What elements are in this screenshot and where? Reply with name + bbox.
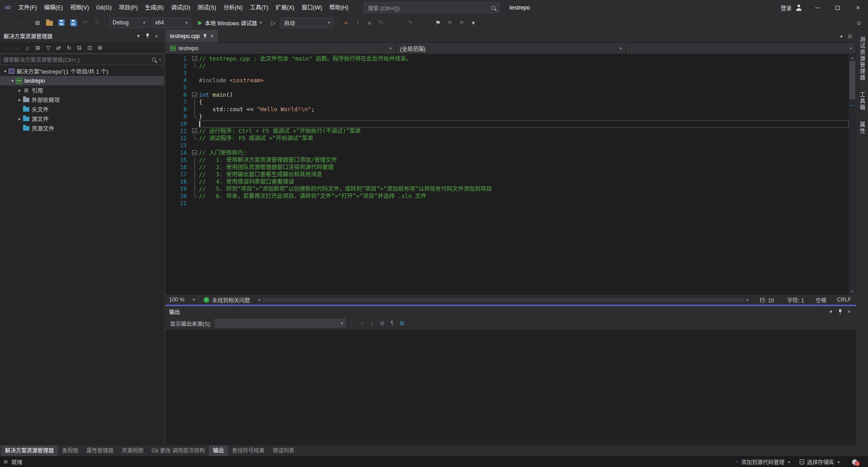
expander-icon[interactable]: ▾ [9,78,16,83]
char-position[interactable]: 字符: 1 [781,296,810,304]
se-home-icon[interactable]: ⌂ [23,43,32,52]
hot-reload-icon[interactable]: ≈ [340,17,351,28]
spaces-mode[interactable]: 空格 [810,296,832,304]
fold-margin[interactable]: – [191,149,199,156]
step-out-icon[interactable]: ↑ [416,17,427,28]
line-ending-mode[interactable]: CRLF [832,297,856,303]
pin-tab-icon[interactable] [203,34,207,39]
collapse-all-icon[interactable]: ⊟ [75,43,84,52]
menu-help[interactable]: 帮助(H) [326,0,352,15]
breakpoint-margin[interactable] [165,55,172,62]
word-wrap-icon[interactable]: ¶ [387,318,397,328]
redo-icon[interactable]: ↷ [91,17,102,28]
send-feedback-icon[interactable]: ☺ [854,17,864,28]
breakpoint-margin[interactable] [165,171,172,178]
breakpoint-margin[interactable] [165,120,172,127]
collapse-icon[interactable]: – [192,150,197,155]
scroll-up-icon[interactable]: ▲ [849,54,856,61]
tree-item-references[interactable]: ▸⊞引用 [0,85,164,95]
tree-item-testrepo-project[interactable]: ▾++testrepo [0,76,164,85]
breakpoint-margin[interactable] [165,135,172,142]
stop-icon[interactable]: ■ [364,17,375,28]
tree-item-solution[interactable]: ▾解决方案"testrepo"(1 个项目/共 1 个) [0,66,164,76]
scroll-down-icon[interactable]: ▼ [849,288,856,295]
fold-margin[interactable]: – [191,127,199,135]
line-position[interactable]: 行: 10 [752,296,781,304]
panel-tab-output[interactable]: 输出 [209,445,228,456]
breakpoint-margin[interactable] [165,77,172,84]
menu-edit[interactable]: 编辑(E) [41,0,67,15]
collapse-icon[interactable]: – [192,128,197,133]
scroll-right-icon[interactable]: ▶ [746,297,750,302]
attach-mode-combo[interactable]: 自动▾ [280,18,334,28]
breakpoint-margin[interactable] [165,185,172,193]
pending-changes-filter-icon[interactable]: ▽ [43,43,53,52]
breakpoint-margin[interactable] [165,99,172,106]
properties-icon[interactable]: ⚙ [95,43,105,52]
clear-all-icon[interactable]: ⊘ [377,318,387,328]
expander-icon[interactable]: ▸ [16,97,23,102]
expander-icon[interactable]: ▸ [16,88,23,93]
toolbar-options-icon[interactable]: ▾ [468,17,479,28]
close-panel-icon[interactable]: × [152,32,161,41]
h-scrollbar-thumb[interactable] [262,298,745,302]
side-tab-test-explorer[interactable]: 测试资源管理器 [859,33,866,85]
se-back-icon[interactable]: ← [2,43,11,52]
close-tab-icon[interactable]: × [210,33,213,39]
background-tasks-icon[interactable]: ⊞ [4,459,8,465]
breakpoint-margin[interactable] [165,127,172,135]
fold-margin[interactable]: – [191,91,199,99]
expander-icon[interactable]: ▾ [2,69,9,74]
editor-horizontal-scrollbar[interactable]: ◀ ▶ [256,297,751,303]
sign-in-button[interactable]: 登录 [778,4,794,12]
tree-item-external-dependencies[interactable]: ▸外部依赖项 [0,95,164,104]
menu-window[interactable]: 窗口(W) [298,0,326,15]
code-editor[interactable]: 1–// testrepo.cpp : 此文件包含 "main" 函数。程序执行… [165,54,856,295]
side-tab-toolbox[interactable]: 工具箱 [859,88,866,115]
pin-icon[interactable] [143,32,152,41]
tab-testrepo-cpp[interactable]: testrepo.cpp × [165,30,218,42]
menu-file[interactable]: 文件(F) [15,0,41,15]
panel-tab-call-hierarchy[interactable]: 调用层次结构 [168,445,209,456]
show-all-files-icon[interactable]: ⊡ [85,43,94,52]
expander-icon[interactable]: ▸ [16,116,23,121]
step-into-icon[interactable]: ↓ [392,17,403,28]
menu-extensions[interactable]: 扩展(X) [272,0,298,15]
breakpoint-margin[interactable] [165,164,172,171]
panel-tab-class-view[interactable]: 类视图 [58,445,82,456]
document-health-indicator[interactable]: ✓ 未找到相关问题 [199,296,255,304]
fold-margin[interactable]: – [191,55,199,62]
breakpoint-margin[interactable] [165,62,172,70]
menu-debug[interactable]: 调试(D) [167,0,193,15]
panel-tab-find-symbol-results[interactable]: 查找符号结果 [228,445,269,456]
menu-project[interactable]: 项目(P) [115,0,142,15]
window-layout-icon[interactable]: ⊞ [32,17,43,28]
breakpoint-margin[interactable] [165,142,172,149]
menu-analyze[interactable]: 分析(N) [220,0,246,15]
output-content[interactable] [165,330,856,445]
member-dropdown[interactable]: ▾ [627,43,855,53]
menu-tools[interactable]: 工具(T) [246,0,272,15]
break-all-icon[interactable]: ‖ [352,17,363,28]
refresh-icon[interactable]: ↻ [64,43,74,52]
open-file-icon[interactable] [46,21,53,26]
sync-with-active-document-icon[interactable]: ⇄ [54,43,63,52]
next-message-icon[interactable]: ↓ [367,318,377,328]
breakpoint-margin[interactable] [165,178,172,185]
next-bookmark-icon[interactable]: ⚑ [456,17,467,28]
menu-test[interactable]: 测试(S) [194,0,220,15]
collapse-icon[interactable]: – [192,92,197,97]
previous-bookmark-icon[interactable]: ⚑ [444,17,455,28]
scroll-left-icon[interactable]: ◀ [257,297,260,302]
user-profile-icon[interactable] [795,4,802,11]
undo-icon[interactable]: ↶ [80,17,90,28]
platform-combo[interactable]: x64▾ [151,18,191,28]
close-button[interactable]: × [848,0,868,15]
maximize-button[interactable] [827,0,848,15]
close-panel-icon[interactable]: × [844,307,854,316]
previous-message-icon[interactable]: ↑ [357,318,367,328]
panel-tab-property-manager[interactable]: 属性管理器 [82,445,118,456]
se-forward-icon[interactable]: → [12,43,22,52]
solution-explorer-search[interactable]: 搜索解决方案资源管理器(Ctrl+;) ▾ [0,54,164,65]
breakpoint-margin[interactable] [165,149,172,156]
